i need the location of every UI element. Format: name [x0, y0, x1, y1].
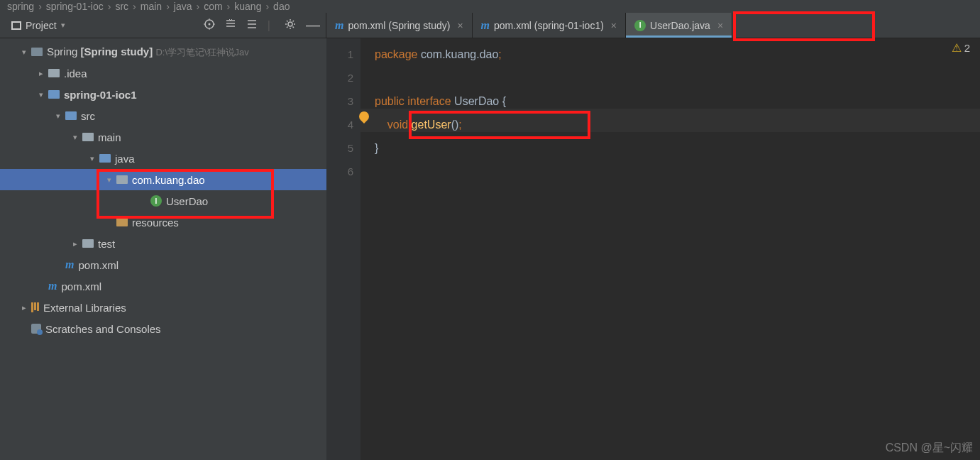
svg-point-1 [208, 23, 210, 25]
m-icon: m [65, 258, 74, 271]
proj-icon [31, 48, 43, 56]
res-icon [116, 218, 128, 226]
expand-icon[interactable] [225, 18, 236, 33]
chevron-icon[interactable] [71, 239, 79, 248]
chevron-down-icon: ▾ [61, 21, 65, 30]
project-icon [11, 21, 21, 30]
tree-item-scratches-and-consoles[interactable]: Scratches and Consoles [0, 318, 326, 339]
chevron-icon[interactable] [37, 90, 45, 99]
folder-icon [82, 239, 94, 248]
tree-item-node[interactable]: Spring [Spring study] D:\学习笔记\狂神说Jav [0, 41, 326, 62]
project-tree[interactable]: Spring [Spring study] D:\学习笔记\狂神说Jav.ide… [0, 38, 326, 460]
code-editor[interactable]: 123456 package com.kuang.dao; public int… [326, 38, 980, 460]
tree-item--idea[interactable]: .idea [0, 62, 326, 84]
tree-item-test[interactable]: test [0, 233, 326, 254]
folder-icon [48, 69, 60, 77]
chevron-icon[interactable] [20, 303, 28, 312]
tree-item-main[interactable]: main [0, 126, 326, 148]
m-icon: m [48, 280, 57, 292]
collapse-icon[interactable] [246, 18, 258, 33]
pkg-icon [116, 175, 128, 184]
lib-icon [31, 302, 39, 312]
scratch-icon [31, 324, 41, 334]
tab-pom-xml-spring-study-[interactable]: mpom.xml (Spring study)× [326, 13, 473, 38]
warning-icon: ⚠ [952, 41, 962, 55]
warning-badge[interactable]: ⚠ 2 [952, 41, 970, 55]
toolbar: Project ▾ | — mpom.xml (Spring study)×mp… [0, 13, 980, 38]
tab-pom-xml-spring-01-ioc1-[interactable]: mpom.xml (spring-01-ioc1)× [473, 13, 626, 38]
chevron-icon[interactable] [88, 154, 97, 163]
src-icon [99, 154, 111, 163]
editor-tabs: mpom.xml (Spring study)×mpom.xml (spring… [326, 13, 732, 38]
chevron-icon[interactable] [105, 175, 114, 185]
watermark: CSDN @星~闪耀 [886, 441, 973, 456]
breadcrumb: spring›spring-01-ioc›src›main›java›com›k… [0, 0, 980, 13]
minimize-icon[interactable]: — [306, 17, 320, 33]
tree-item-resources[interactable]: resources [0, 212, 326, 233]
tab-userdao-java[interactable]: IUserDao.java× [626, 13, 732, 38]
project-view-button[interactable]: Project ▾ [6, 17, 71, 34]
project-title: Project [26, 20, 57, 31]
tree-item-com-kuang-dao[interactable]: com.kuang.dao [0, 169, 326, 190]
interface-icon: I [150, 195, 162, 207]
tree-item-pom-xml[interactable]: mpom.xml [0, 254, 326, 275]
tree-item-src[interactable]: src [0, 105, 326, 126]
code-area[interactable]: package com.kuang.dao; public interface … [360, 38, 980, 460]
chevron-icon[interactable] [54, 111, 62, 121]
chevron-icon[interactable] [71, 133, 79, 142]
close-icon[interactable]: × [611, 20, 617, 31]
tree-item-pom-xml[interactable]: mpom.xml [0, 275, 326, 297]
gutter: 123456 [326, 38, 360, 460]
mod-icon [48, 90, 60, 99]
target-icon[interactable] [204, 18, 215, 33]
interface-icon: I [634, 20, 646, 31]
maven-icon: m [335, 19, 343, 32]
tree-item-node[interactable]: spring-01-ioc1 [0, 84, 326, 105]
close-icon[interactable]: × [457, 20, 463, 31]
svg-point-2 [288, 22, 292, 26]
close-icon[interactable]: × [717, 20, 723, 31]
src-icon [65, 111, 77, 120]
gear-icon[interactable] [285, 18, 296, 33]
tree-item-java[interactable]: java [0, 148, 326, 169]
chevron-icon[interactable] [37, 69, 45, 78]
tree-item-external-libraries[interactable]: External Libraries [0, 297, 326, 318]
maven-icon: m [481, 19, 490, 32]
tree-item-userdao[interactable]: IUserDao [0, 190, 326, 212]
folder-icon [82, 133, 94, 141]
chevron-icon[interactable] [20, 48, 28, 57]
